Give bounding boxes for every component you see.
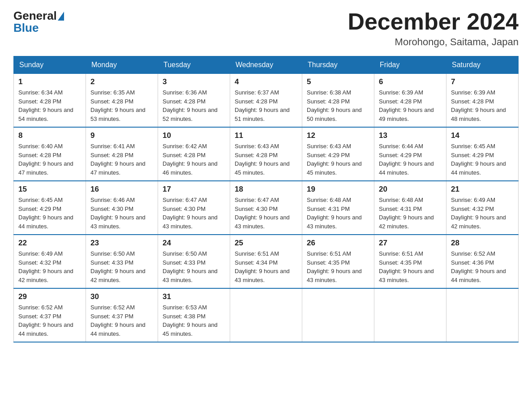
day-info: Sunrise: 6:51 AMSunset: 4:34 PMDaylight:… — [235, 249, 297, 284]
month-title: December 2024 — [348, 9, 519, 34]
day-cell: 1 Sunrise: 6:34 AMSunset: 4:28 PMDayligh… — [14, 74, 86, 128]
calendar-table: SundayMondayTuesdayWednesdayThursdayFrid… — [13, 56, 519, 342]
day-number: 4 — [235, 77, 297, 86]
day-cell: 18 Sunrise: 6:47 AMSunset: 4:30 PMDaylig… — [230, 181, 302, 235]
day-number: 17 — [163, 185, 225, 194]
day-cell: 9 Sunrise: 6:41 AMSunset: 4:28 PMDayligh… — [86, 127, 158, 181]
header-friday: Friday — [374, 56, 446, 74]
day-info: Sunrise: 6:46 AMSunset: 4:30 PMDaylight:… — [90, 196, 153, 231]
day-number: 15 — [18, 185, 81, 194]
location-title: Morohongo, Saitama, Japan — [348, 36, 519, 48]
day-number: 29 — [18, 292, 81, 301]
day-number: 31 — [163, 292, 225, 301]
day-info: Sunrise: 6:42 AMSunset: 4:28 PMDaylight:… — [163, 142, 225, 177]
day-cell: 24 Sunrise: 6:50 AMSunset: 4:33 PMDaylig… — [158, 235, 230, 288]
logo: General Blue — [13, 9, 64, 35]
day-info: Sunrise: 6:53 AMSunset: 4:38 PMDaylight:… — [163, 303, 225, 338]
day-number: 3 — [163, 77, 225, 86]
week-row-2: 8 Sunrise: 6:40 AMSunset: 4:28 PMDayligh… — [14, 127, 519, 181]
day-number: 23 — [90, 239, 153, 248]
day-info: Sunrise: 6:51 AMSunset: 4:35 PMDaylight:… — [379, 249, 442, 284]
day-cell: 6 Sunrise: 6:39 AMSunset: 4:28 PMDayligh… — [374, 74, 446, 128]
logo-blue-text: Blue — [13, 21, 39, 35]
week-row-1: 1 Sunrise: 6:34 AMSunset: 4:28 PMDayligh… — [14, 74, 519, 128]
day-cell: 3 Sunrise: 6:36 AMSunset: 4:28 PMDayligh… — [158, 74, 230, 128]
day-number: 30 — [90, 292, 153, 301]
day-info: Sunrise: 6:51 AMSunset: 4:35 PMDaylight:… — [307, 249, 369, 284]
day-info: Sunrise: 6:38 AMSunset: 4:28 PMDaylight:… — [307, 88, 369, 123]
day-info: Sunrise: 6:45 AMSunset: 4:29 PMDaylight:… — [18, 196, 81, 231]
header-sunday: Sunday — [14, 56, 86, 74]
day-number: 21 — [451, 185, 514, 194]
day-number: 25 — [235, 239, 297, 248]
day-cell: 19 Sunrise: 6:48 AMSunset: 4:31 PMDaylig… — [302, 181, 374, 235]
day-cell: 22 Sunrise: 6:49 AMSunset: 4:32 PMDaylig… — [14, 235, 86, 288]
day-number: 22 — [18, 239, 81, 248]
day-info: Sunrise: 6:45 AMSunset: 4:29 PMDaylight:… — [451, 142, 514, 177]
day-number: 5 — [307, 77, 369, 86]
day-number: 18 — [235, 185, 297, 194]
day-cell: 7 Sunrise: 6:39 AMSunset: 4:28 PMDayligh… — [446, 74, 519, 128]
day-cell: 31 Sunrise: 6:53 AMSunset: 4:38 PMDaylig… — [158, 288, 230, 342]
day-cell: 10 Sunrise: 6:42 AMSunset: 4:28 PMDaylig… — [158, 127, 230, 181]
page-header: General Blue December 2024 Morohongo, Sa… — [13, 9, 519, 48]
day-cell: 28 Sunrise: 6:52 AMSunset: 4:36 PMDaylig… — [446, 235, 519, 288]
day-info: Sunrise: 6:39 AMSunset: 4:28 PMDaylight:… — [379, 88, 442, 123]
day-number: 11 — [235, 131, 297, 140]
day-number: 9 — [90, 131, 153, 140]
day-cell: 14 Sunrise: 6:45 AMSunset: 4:29 PMDaylig… — [446, 127, 519, 181]
day-info: Sunrise: 6:47 AMSunset: 4:30 PMDaylight:… — [235, 196, 297, 231]
day-info: Sunrise: 6:39 AMSunset: 4:28 PMDaylight:… — [451, 88, 514, 123]
day-info: Sunrise: 6:40 AMSunset: 4:28 PMDaylight:… — [18, 142, 81, 177]
day-cell — [230, 288, 302, 342]
day-number: 14 — [451, 131, 514, 140]
header-tuesday: Tuesday — [158, 56, 230, 74]
day-cell: 4 Sunrise: 6:37 AMSunset: 4:28 PMDayligh… — [230, 74, 302, 128]
header-monday: Monday — [86, 56, 158, 74]
day-cell: 23 Sunrise: 6:50 AMSunset: 4:33 PMDaylig… — [86, 235, 158, 288]
day-cell: 30 Sunrise: 6:52 AMSunset: 4:37 PMDaylig… — [86, 288, 158, 342]
day-info: Sunrise: 6:43 AMSunset: 4:29 PMDaylight:… — [307, 142, 369, 177]
day-cell: 21 Sunrise: 6:49 AMSunset: 4:32 PMDaylig… — [446, 181, 519, 235]
day-cell: 12 Sunrise: 6:43 AMSunset: 4:29 PMDaylig… — [302, 127, 374, 181]
day-info: Sunrise: 6:52 AMSunset: 4:36 PMDaylight:… — [451, 249, 514, 284]
day-cell: 2 Sunrise: 6:35 AMSunset: 4:28 PMDayligh… — [86, 74, 158, 128]
day-info: Sunrise: 6:41 AMSunset: 4:28 PMDaylight:… — [90, 142, 153, 177]
day-cell: 29 Sunrise: 6:52 AMSunset: 4:37 PMDaylig… — [14, 288, 86, 342]
day-cell: 15 Sunrise: 6:45 AMSunset: 4:29 PMDaylig… — [14, 181, 86, 235]
day-cell: 27 Sunrise: 6:51 AMSunset: 4:35 PMDaylig… — [374, 235, 446, 288]
day-number: 8 — [18, 131, 81, 140]
day-cell: 17 Sunrise: 6:47 AMSunset: 4:30 PMDaylig… — [158, 181, 230, 235]
day-cell: 26 Sunrise: 6:51 AMSunset: 4:35 PMDaylig… — [302, 235, 374, 288]
day-cell: 25 Sunrise: 6:51 AMSunset: 4:34 PMDaylig… — [230, 235, 302, 288]
day-info: Sunrise: 6:52 AMSunset: 4:37 PMDaylight:… — [18, 303, 81, 338]
day-number: 28 — [451, 239, 514, 248]
day-cell: 5 Sunrise: 6:38 AMSunset: 4:28 PMDayligh… — [302, 74, 374, 128]
day-info: Sunrise: 6:37 AMSunset: 4:28 PMDaylight:… — [235, 88, 297, 123]
day-info: Sunrise: 6:48 AMSunset: 4:31 PMDaylight:… — [307, 196, 369, 231]
day-cell: 20 Sunrise: 6:48 AMSunset: 4:31 PMDaylig… — [374, 181, 446, 235]
header-thursday: Thursday — [302, 56, 374, 74]
calendar-header-row: SundayMondayTuesdayWednesdayThursdayFrid… — [14, 56, 519, 74]
day-number: 27 — [379, 239, 442, 248]
week-row-4: 22 Sunrise: 6:49 AMSunset: 4:32 PMDaylig… — [14, 235, 519, 288]
day-cell: 11 Sunrise: 6:43 AMSunset: 4:28 PMDaylig… — [230, 127, 302, 181]
header-wednesday: Wednesday — [230, 56, 302, 74]
day-info: Sunrise: 6:49 AMSunset: 4:32 PMDaylight:… — [451, 196, 514, 231]
day-number: 12 — [307, 131, 369, 140]
day-cell — [446, 288, 519, 342]
logo-triangle-icon — [58, 12, 64, 21]
day-info: Sunrise: 6:43 AMSunset: 4:28 PMDaylight:… — [235, 142, 297, 177]
day-number: 24 — [163, 239, 225, 248]
day-number: 6 — [379, 77, 442, 86]
day-info: Sunrise: 6:48 AMSunset: 4:31 PMDaylight:… — [379, 196, 442, 231]
day-info: Sunrise: 6:34 AMSunset: 4:28 PMDaylight:… — [18, 88, 81, 123]
day-info: Sunrise: 6:50 AMSunset: 4:33 PMDaylight:… — [163, 249, 225, 284]
day-cell — [374, 288, 446, 342]
day-info: Sunrise: 6:50 AMSunset: 4:33 PMDaylight:… — [90, 249, 153, 284]
day-number: 1 — [18, 77, 81, 86]
day-number: 10 — [163, 131, 225, 140]
day-number: 2 — [90, 77, 153, 86]
header-saturday: Saturday — [446, 56, 519, 74]
day-info: Sunrise: 6:44 AMSunset: 4:29 PMDaylight:… — [379, 142, 442, 177]
